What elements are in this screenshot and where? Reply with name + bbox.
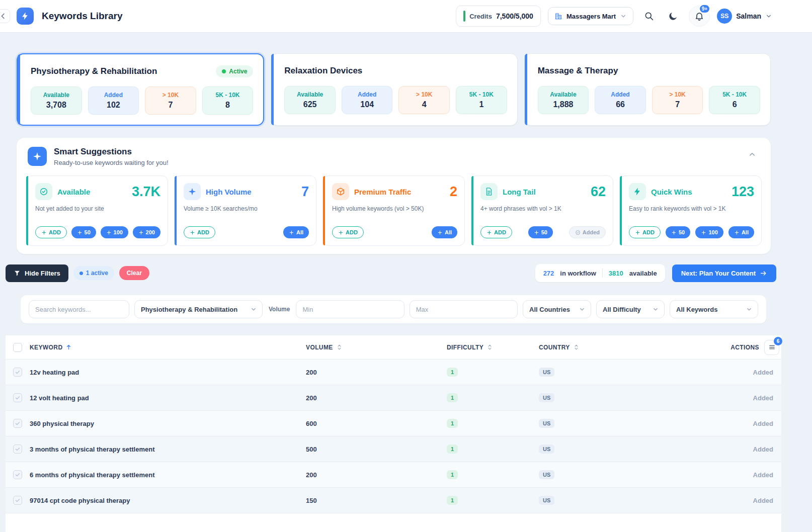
add-button[interactable]: ADD — [184, 226, 215, 238]
plus-icon — [77, 230, 83, 235]
row-checkbox[interactable] — [13, 419, 22, 428]
search-filter-panel: Physiotherapy & Rehabilitation Volume Al… — [21, 295, 766, 323]
keywords-select[interactable]: All Keywords — [670, 300, 758, 318]
add-button[interactable]: ADD — [629, 226, 661, 238]
add-all-button[interactable]: All — [728, 226, 754, 238]
status-cell: Added — [726, 394, 781, 402]
add-50-button[interactable]: 50 — [666, 226, 690, 238]
add-50-button[interactable]: 50 — [71, 226, 96, 238]
table-row[interactable]: 97014 cpt code physical therapy 150 1 US… — [6, 488, 781, 513]
keyword-cell: 97014 cpt code physical therapy — [30, 497, 306, 504]
project-card-relaxation[interactable]: Relaxation Devices Available625 Added104… — [271, 53, 517, 126]
row-checkbox[interactable] — [13, 496, 22, 505]
project-card-massage[interactable]: Massage & Therapy Available1,888 Added66… — [524, 53, 771, 126]
add-100-button[interactable]: 100 — [695, 226, 723, 238]
stat-added: Added104 — [342, 86, 393, 114]
check-icon — [15, 420, 21, 426]
keyword-cell: 6 months of physical therapy settlement — [30, 471, 306, 479]
sort-icon — [573, 344, 580, 350]
country-badge: US — [539, 393, 554, 402]
user-menu[interactable]: SS Salman — [717, 9, 772, 24]
column-header-volume[interactable]: VOLUME — [306, 344, 447, 351]
project-select[interactable]: Physiotherapy & Rehabilitation — [134, 300, 263, 318]
volume-min-input[interactable] — [296, 300, 404, 318]
add-200-button[interactable]: 200 — [133, 226, 160, 238]
search-button[interactable] — [640, 8, 658, 25]
stat-available: Available625 — [284, 86, 336, 114]
back-button[interactable] — [0, 9, 10, 23]
check-icon — [15, 369, 21, 375]
next-plan-content-button[interactable]: Next: Plan Your Content — [672, 264, 776, 282]
collapse-button[interactable] — [745, 147, 760, 162]
column-header-keyword[interactable]: KEYWORD — [30, 344, 306, 351]
notifications-button[interactable]: 9+ — [689, 6, 710, 27]
hide-filters-button[interactable]: Hide Filters — [6, 264, 68, 282]
keyword-cell: 3 months of physical therapy settlement — [30, 446, 306, 453]
plus-icon — [671, 230, 677, 235]
added-button[interactable]: Added — [569, 226, 606, 238]
add-50-button[interactable]: 50 — [528, 226, 553, 238]
suggestion-card-premium-traffic: Premium Traffic 2 High volume keywords (… — [322, 175, 465, 246]
site-selector[interactable]: Massagers Mart — [548, 7, 633, 25]
countries-select[interactable]: All Countries — [523, 300, 591, 318]
table-row[interactable]: 12v heating pad 200 1 US Added — [6, 360, 781, 385]
arrow-right-icon — [760, 270, 767, 277]
available-label: available — [629, 270, 657, 277]
active-filters-chip[interactable]: 1 active — [73, 266, 114, 280]
search-input[interactable] — [29, 300, 129, 318]
table-row[interactable]: 3 months of physical therapy settlement … — [6, 436, 781, 462]
country-badge: US — [539, 470, 554, 479]
status-label: Active — [229, 68, 247, 75]
add-all-button[interactable]: All — [283, 226, 309, 238]
stat-added: Added102 — [88, 86, 139, 115]
app-logo — [17, 8, 34, 25]
suggestion-title: Available — [57, 188, 90, 196]
volume-cell: 200 — [306, 369, 447, 376]
suggestion-description: Volume ≥ 10K searches/mo — [184, 205, 309, 212]
status-cell: Added — [726, 471, 781, 479]
plus-icon — [486, 230, 492, 235]
theme-toggle-button[interactable] — [665, 8, 682, 25]
clear-filters-button[interactable]: Clear — [119, 266, 149, 280]
difficulty-badge: 1 — [447, 419, 458, 428]
keyword-cell: 360 physical therapy — [30, 420, 306, 427]
column-header-difficulty[interactable]: DIFFICULTY — [447, 344, 539, 351]
actions-count-badge: 6 — [774, 337, 782, 345]
plus-icon — [190, 230, 195, 235]
check-icon — [15, 446, 21, 452]
row-checkbox[interactable] — [13, 470, 22, 479]
status-cell: Added — [726, 446, 781, 453]
difficulty-badge: 1 — [447, 368, 458, 377]
difficulty-select[interactable]: All Difficulty — [596, 300, 665, 318]
smart-suggestions-subtitle: Ready-to-use keywords waiting for you! — [54, 159, 169, 166]
project-name: Massage & Therapy — [538, 66, 618, 76]
table-row[interactable]: 360 physical therapy 600 1 US Added — [6, 411, 781, 436]
row-checkbox[interactable] — [13, 445, 22, 454]
volume-label: Volume — [268, 306, 291, 313]
actions-menu-button[interactable]: 6 — [764, 340, 779, 355]
divider — [602, 269, 603, 278]
add-button[interactable]: ADD — [35, 226, 67, 238]
suggestion-count: 3.7K — [132, 184, 160, 200]
project-card-physiotherapy[interactable]: Physiotherapy & Rehabilitation Active Av… — [17, 53, 264, 126]
add-button[interactable]: ADD — [480, 226, 512, 238]
suggestion-card-long-tail: Long Tail 62 4+ word phrases with vol > … — [471, 175, 613, 246]
add-all-button[interactable]: All — [432, 226, 457, 238]
add-100-button[interactable]: 100 — [101, 226, 128, 238]
suggestion-description: Easy to rank keywords with vol > 1K — [629, 205, 754, 212]
plus-icon — [734, 230, 740, 235]
volume-max-input[interactable] — [410, 300, 518, 318]
table-row-partial — [6, 513, 781, 532]
header-actions: Credits 7,500/5,000 Massagers Mart 9+ SS… — [456, 6, 772, 27]
table-row[interactable]: 6 months of physical therapy settlement … — [6, 462, 781, 488]
select-all-checkbox[interactable] — [13, 343, 22, 352]
sort-icon — [486, 344, 493, 350]
table-row[interactable]: 12 volt heating pad 200 1 US Added — [6, 385, 781, 411]
row-checkbox[interactable] — [13, 393, 22, 402]
column-header-country[interactable]: COUNTRY — [539, 344, 726, 351]
row-checkbox[interactable] — [13, 368, 22, 377]
add-button[interactable]: ADD — [332, 226, 364, 238]
workflow-count: 272 — [543, 270, 554, 277]
stat-5k-10k: 5K - 10K1 — [456, 86, 507, 114]
project-name: Physiotherapy & Rehabilitation — [31, 66, 157, 76]
